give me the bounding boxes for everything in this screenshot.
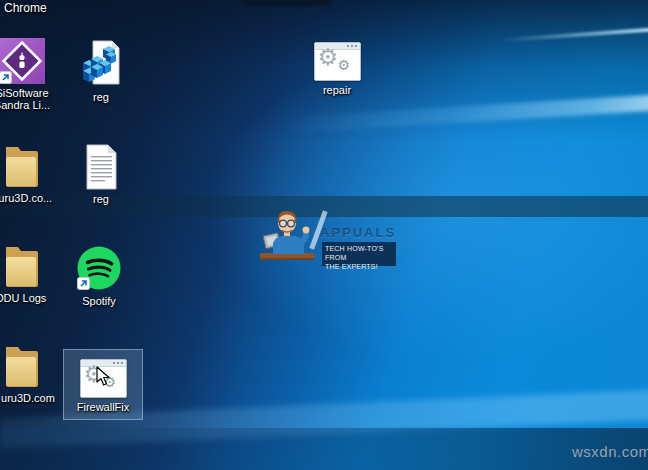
- watermark-cartoon-character: [259, 204, 317, 266]
- mouse-cursor-icon: [96, 366, 111, 387]
- icon-label: DDU Logs: [0, 292, 46, 304]
- watermark-brand: APPUALS: [320, 225, 396, 240]
- sisoftware-icon: [0, 38, 45, 84]
- icon-label: reg: [93, 91, 109, 103]
- desktop-icon-reg-text[interactable]: reg: [62, 144, 140, 205]
- folder-icon: [4, 244, 38, 289]
- text-file-icon: [86, 144, 117, 190]
- watermark-tagline: TECH HOW-TO'S FROM THE EXPERTS!: [322, 242, 396, 266]
- spotify-icon: [77, 246, 121, 292]
- cut-icon-fragment: [243, 0, 331, 6]
- cut-icon-label-chrome[interactable]: Chrome: [4, 1, 47, 15]
- shortcut-arrow-icon: [77, 277, 90, 290]
- desktop-icon-guru3d-folder-2[interactable]: uru3D.com: [0, 344, 60, 404]
- desktop-icon-reg-registry[interactable]: reg: [62, 40, 140, 103]
- shortcut-arrow-icon: [0, 71, 12, 84]
- gear-icon: ⚙: [338, 58, 351, 72]
- gear-icon: ⚙: [318, 46, 339, 69]
- icon-label: SiSoftware Sandra Li...: [0, 87, 50, 111]
- windows-desktop: { "desktop": { "cut_label_top": "Chrome"…: [0, 0, 648, 470]
- icon-label: Spotify: [82, 295, 116, 307]
- window-buttons-icon: [121, 362, 123, 364]
- desktop-icon-ddu-logs-folder[interactable]: DDU Logs: [0, 244, 60, 304]
- desktop-icon-guru3d-folder[interactable]: Guru3D.co...: [0, 144, 60, 204]
- config-window-icon: ⚙ ⚙: [80, 359, 127, 398]
- registry-file-icon: [82, 40, 120, 88]
- wallpaper-bottom-shadow: [0, 428, 648, 470]
- desktop-icon-spotify[interactable]: Spotify: [60, 246, 138, 307]
- folder-icon: [4, 144, 38, 189]
- icon-label: FirewallFix: [77, 401, 130, 413]
- folder-icon: [4, 344, 38, 389]
- icon-label: reg: [93, 193, 109, 205]
- icon-label: uru3D.com: [1, 392, 55, 404]
- watermark-site: wsxdn.com: [572, 443, 648, 460]
- config-window-icon: ⚙ ⚙: [314, 42, 361, 81]
- desktop-icon-repair[interactable]: ⚙ ⚙ repair: [298, 42, 376, 96]
- desktop-icon-sisoftware-sandra[interactable]: SiSoftware Sandra Li...: [0, 38, 61, 111]
- window-buttons-icon: [355, 45, 357, 47]
- desktop-icon-firewallfix[interactable]: ⚙ ⚙ FirewallFix: [64, 350, 142, 419]
- cut-icon-fragment: [76, 0, 110, 4]
- icon-label: Guru3D.co...: [0, 192, 52, 204]
- icon-label: repair: [323, 84, 351, 96]
